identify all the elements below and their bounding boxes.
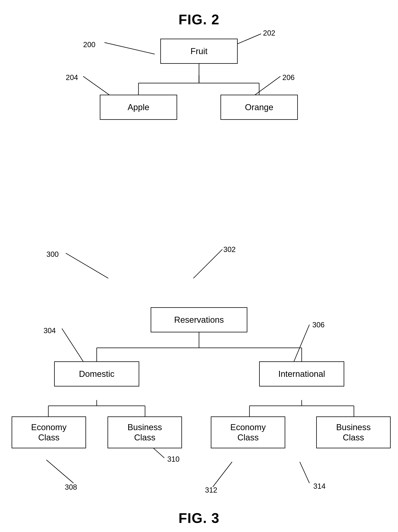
ref-306: 306 [312,321,325,329]
apple-node: Apple [100,95,177,120]
business-class-international-node: BusinessClass [316,417,391,448]
ref-300: 300 [46,250,59,259]
international-node: International [259,361,344,386]
svg-line-30 [300,462,309,483]
economy-class-international-node: EconomyClass [211,417,285,448]
svg-line-23 [66,253,108,278]
ref-314: 314 [313,482,326,490]
fig2-title: FIG. 2 [179,12,219,27]
ref-310: 310 [167,455,180,463]
svg-line-25 [62,329,83,361]
ref-302: 302 [223,245,236,254]
ref-202: 202 [263,29,275,37]
fig3-title: FIG. 3 [179,510,219,526]
economy-class-domestic-node: EconomyClass [12,417,86,448]
connectors-svg [0,0,398,532]
business-class-domestic-node: BusinessClass [108,417,182,448]
svg-line-26 [294,325,309,361]
ref-200: 200 [83,41,95,49]
svg-line-24 [193,249,222,278]
svg-line-7 [104,43,155,54]
reservations-node: Reservations [151,307,247,332]
svg-line-29 [213,462,232,487]
ref-206: 206 [282,73,295,82]
ref-312: 312 [205,486,217,494]
ref-204: 204 [66,73,78,82]
ref-304: 304 [44,327,56,335]
orange-node: Orange [220,95,298,120]
ref-308: 308 [65,483,77,491]
page-container: FIG. 2 200 202 204 206 Fruit Apple Orang… [0,0,398,532]
fruit-node: Fruit [160,39,238,64]
domestic-node: Domestic [54,361,139,386]
svg-line-27 [46,460,73,483]
